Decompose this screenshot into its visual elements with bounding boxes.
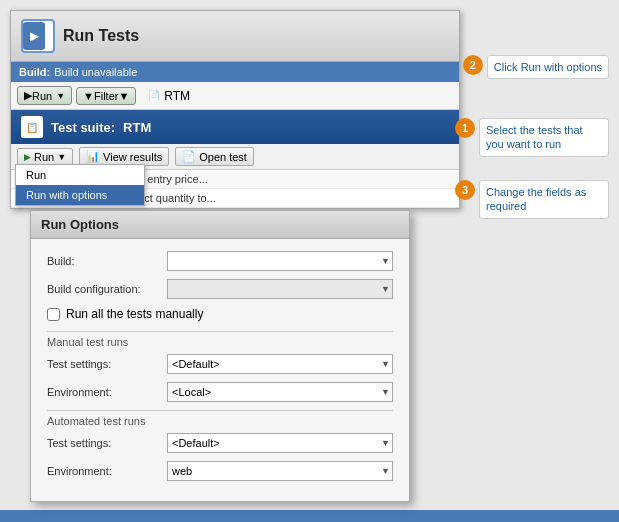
build-config-label: Build configuration: <box>47 283 167 295</box>
window-icon <box>21 19 55 53</box>
callout-1-text: Select the tests that you want to run <box>479 118 609 157</box>
callout-1-number: 1 <box>455 118 475 138</box>
sidebar-item-rtm[interactable]: 📄 RTM <box>148 89 190 103</box>
auto-test-settings-field[interactable] <box>167 433 393 453</box>
manual-environment-wrapper: ▼ <box>167 382 393 402</box>
manual-section-label: Manual test runs <box>47 331 393 348</box>
window-title: Run Tests <box>63 27 139 45</box>
open-test-icon: 📄 <box>182 150 196 163</box>
callout-1: 1 Select the tests that you want to run <box>455 118 609 157</box>
build-row: Build: ▼ <box>47 251 393 271</box>
main-window: Run Tests Build: Build unavailable ▶ Run… <box>10 10 460 209</box>
auto-environment-label: Environment: <box>47 465 167 477</box>
build-config-wrapper: ▼ <box>167 279 393 299</box>
manual-test-settings-field[interactable] <box>167 354 393 374</box>
build-field-label: Build: <box>47 255 167 267</box>
open-test-button[interactable]: 📄 Open test <box>175 147 254 166</box>
build-config-field[interactable] <box>167 279 393 299</box>
suite-label: Test suite: <box>51 120 115 135</box>
callout-3-text: Change the fields as required <box>479 180 609 219</box>
run-icon <box>23 22 45 50</box>
title-bar: Run Tests <box>11 11 459 62</box>
dialog-body: Build: ▼ Build configuration: ▼ Run all … <box>31 239 409 501</box>
auto-environment-row: Environment: ▼ <box>47 461 393 481</box>
suite-icon: 📋 <box>21 116 43 138</box>
manual-environment-label: Environment: <box>47 386 167 398</box>
auto-test-settings-row: Test settings: ▼ <box>47 433 393 453</box>
inner-run-button[interactable]: ▶ Run ▼ <box>17 148 73 166</box>
inner-run-arrow: ▼ <box>57 152 66 162</box>
auto-section-label: Automated test runs <box>47 410 393 427</box>
rtm-icon: 📄 <box>148 90 160 101</box>
sidebar-item-label: RTM <box>164 89 190 103</box>
manual-test-settings-wrapper: ▼ <box>167 354 393 374</box>
filter-label: Filter <box>94 90 118 102</box>
test-suite-header: 📋 Test suite: RTM <box>11 110 459 144</box>
build-value: Build unavailable <box>54 66 137 78</box>
build-label: Build: <box>19 66 50 78</box>
auto-test-settings-label: Test settings: <box>47 437 167 449</box>
manual-test-settings-row: Test settings: ▼ <box>47 354 393 374</box>
main-toolbar: ▶ Run ▼ ▼ Filter ▼ 📄 RTM <box>11 82 459 110</box>
filter-icon: ▼ <box>83 90 94 102</box>
callout-3-number: 3 <box>455 180 475 200</box>
suite-name: RTM <box>123 120 151 135</box>
run-dropdown-menu: Run Run with options <box>15 164 145 206</box>
run-button-label: Run <box>32 90 52 102</box>
view-results-icon: 📊 <box>86 150 100 163</box>
manual-environment-row: Environment: ▼ <box>47 382 393 402</box>
run-with-options-menu-item[interactable]: Run with options <box>16 185 144 205</box>
build-field-wrapper: ▼ <box>167 251 393 271</box>
open-test-label: Open test <box>199 151 247 163</box>
run-menu-item[interactable]: Run <box>16 165 144 185</box>
dialog-title: Run Options <box>31 211 409 239</box>
run-icon-label: ▶ <box>24 89 32 102</box>
filter-dropdown-arrow: ▼ <box>118 90 129 102</box>
auto-environment-field[interactable] <box>167 461 393 481</box>
callout-3: 3 Change the fields as required <box>455 180 609 219</box>
auto-test-settings-wrapper: ▼ <box>167 433 393 453</box>
play-icon: ▶ <box>24 152 31 162</box>
run-dropdown-arrow: ▼ <box>56 91 65 101</box>
checkbox-row: Run all the tests manually <box>47 307 393 321</box>
auto-environment-wrapper: ▼ <box>167 461 393 481</box>
run-button[interactable]: ▶ Run ▼ <box>17 86 72 105</box>
manual-test-settings-label: Test settings: <box>47 358 167 370</box>
build-field[interactable] <box>167 251 393 271</box>
build-config-row: Build configuration: ▼ <box>47 279 393 299</box>
blue-bottom-bar <box>0 510 619 522</box>
manual-environment-field[interactable] <box>167 382 393 402</box>
run-options-dialog: Run Options Build: ▼ Build configuration… <box>30 210 410 502</box>
callout-2-text: Click Run with options <box>487 55 609 79</box>
run-all-checkbox[interactable] <box>47 308 60 321</box>
run-all-label: Run all the tests manually <box>66 307 203 321</box>
callout-2-number: 2 <box>463 55 483 75</box>
filter-button[interactable]: ▼ Filter ▼ <box>76 87 136 105</box>
inner-run-label: Run <box>34 151 54 163</box>
view-results-label: View results <box>103 151 162 163</box>
build-bar: Build: Build unavailable <box>11 62 459 82</box>
callout-2: 2 Click Run with options <box>463 55 609 79</box>
